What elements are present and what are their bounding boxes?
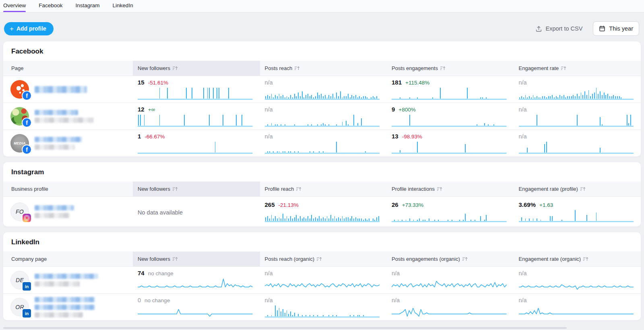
metric-value: 3.69% bbox=[519, 201, 536, 208]
profile-cell[interactable]: MEDIA bbox=[3, 134, 133, 153]
sparkline-chart bbox=[392, 141, 507, 154]
metric-value: n/a bbox=[519, 106, 527, 113]
column-header-new-followers[interactable]: New followers bbox=[133, 182, 260, 196]
sparkline-chart bbox=[138, 278, 253, 291]
metric-cell-engagement-rate-organic: n/a bbox=[514, 270, 641, 291]
profile-cell[interactable]: OR bbox=[3, 297, 133, 318]
column-header-engagement-rate[interactable]: Engagement rate bbox=[514, 61, 641, 76]
export-csv-button[interactable]: Export to CSV bbox=[535, 25, 582, 32]
profile-avatar bbox=[10, 107, 29, 126]
instagram-section: Instagram Business profile New followers… bbox=[3, 162, 641, 227]
sparkline-chart bbox=[265, 278, 380, 291]
column-header-profile-reach[interactable]: Profile reach bbox=[260, 182, 387, 196]
metric-cell-posts-reach-organic: n/a bbox=[260, 270, 387, 291]
metric-delta: +1.63 bbox=[539, 202, 553, 208]
metric-cell-engagement-rate: n/a bbox=[514, 133, 641, 154]
redacted-profile-name bbox=[35, 205, 74, 218]
redacted-profile-name bbox=[35, 274, 98, 287]
metric-cell-new-followers: 12+∞ bbox=[133, 106, 260, 127]
sparkline-chart bbox=[265, 87, 380, 100]
metric-value: 13 bbox=[392, 133, 398, 140]
metric-cell-new-followers: 0no change bbox=[133, 297, 260, 318]
metric-cell-engagement-rate-profile: 3.69%+1.63 bbox=[514, 201, 641, 222]
sparkline-chart bbox=[138, 305, 253, 318]
sort-icon bbox=[172, 187, 178, 192]
horizontal-scrollbar[interactable] bbox=[3, 327, 567, 329]
sparkline-chart bbox=[519, 114, 634, 127]
sparkline-chart bbox=[265, 305, 380, 318]
column-header-company-page[interactable]: Company page bbox=[3, 252, 133, 266]
profile-cell[interactable] bbox=[3, 107, 133, 126]
metric-value: n/a bbox=[392, 297, 400, 303]
toolbar: + Add profile Export to CSV This year bbox=[0, 12, 644, 41]
redacted-profile-name bbox=[35, 110, 93, 123]
avatar-text: MEDIA bbox=[14, 141, 25, 145]
metric-value: 15 bbox=[138, 79, 144, 86]
tab-facebook[interactable]: Facebook bbox=[39, 0, 62, 12]
redacted-profile-name bbox=[35, 137, 82, 150]
metric-value: 9 bbox=[392, 106, 395, 113]
sparkline-chart bbox=[519, 87, 634, 100]
facebook-badge-icon bbox=[23, 91, 31, 100]
profile-avatar: MEDIA bbox=[10, 134, 29, 153]
metric-value: 0 bbox=[138, 297, 141, 303]
avatar-text: FO bbox=[16, 208, 24, 215]
facebook-table-header: Page New followers Posts reach Posts eng… bbox=[3, 61, 641, 76]
profile-cell[interactable]: DE bbox=[3, 271, 133, 289]
column-header-profile-interactions[interactable]: Profile interactions bbox=[387, 182, 514, 196]
metric-value: 1 bbox=[138, 133, 141, 140]
column-header-posts-reach-organic[interactable]: Posts reach (organic) bbox=[260, 252, 387, 266]
metric-cell-engagement-rate: n/a bbox=[514, 106, 641, 127]
profile-cell[interactable]: FO bbox=[3, 202, 133, 221]
metric-value: n/a bbox=[265, 297, 273, 303]
sort-icon bbox=[580, 187, 586, 192]
sparkline-chart bbox=[138, 114, 253, 127]
metric-delta: no change bbox=[144, 297, 170, 303]
metric-cell-profile-reach: 265-21.13% bbox=[260, 201, 387, 222]
top-tab-bar: Overview Facebook Instagram LinkedIn bbox=[0, 0, 644, 12]
metric-cell-posts-reach: n/a bbox=[260, 133, 387, 154]
sort-icon bbox=[296, 187, 302, 192]
column-header-posts-reach[interactable]: Posts reach bbox=[260, 61, 387, 76]
profile-avatar: FO bbox=[10, 202, 29, 221]
column-header-posts-engagements[interactable]: Posts engagements bbox=[387, 61, 514, 76]
metric-delta: -98.93% bbox=[402, 134, 422, 140]
sparkline-chart bbox=[138, 141, 253, 154]
redacted-profile-name bbox=[35, 86, 87, 93]
metric-delta: no change bbox=[148, 270, 173, 276]
sort-icon bbox=[172, 66, 178, 71]
metric-delta: +∞ bbox=[148, 107, 155, 113]
facebook-section: Facebook Page New followers Posts reach … bbox=[3, 41, 641, 157]
metric-value: 12 bbox=[138, 106, 144, 113]
metric-value: n/a bbox=[265, 270, 273, 276]
metric-value: 181 bbox=[392, 79, 402, 86]
date-range-button[interactable]: This year bbox=[593, 21, 639, 36]
column-header-business-profile[interactable]: Business profile bbox=[3, 182, 133, 196]
metric-value: n/a bbox=[265, 106, 273, 113]
tab-overview[interactable]: Overview bbox=[3, 0, 26, 12]
sort-icon bbox=[294, 66, 300, 71]
add-profile-button[interactable]: + Add profile bbox=[4, 22, 54, 35]
column-header-posts-engagements-organic[interactable]: Posts engagements (organic) bbox=[387, 252, 514, 266]
metric-value: 265 bbox=[265, 201, 275, 208]
sparkline-chart bbox=[519, 209, 634, 222]
table-row: 12+∞ n/a 9+800% n/a bbox=[3, 103, 641, 130]
redacted-profile-name bbox=[35, 297, 95, 318]
sparkline-chart bbox=[392, 114, 507, 127]
column-header-page[interactable]: Page bbox=[3, 61, 133, 76]
sparkline-chart bbox=[265, 141, 380, 154]
metric-delta: -21.13% bbox=[279, 202, 299, 208]
tab-linkedin[interactable]: LinkedIn bbox=[113, 0, 133, 12]
sort-icon bbox=[583, 257, 589, 262]
tab-instagram[interactable]: Instagram bbox=[76, 0, 100, 12]
column-header-new-followers[interactable]: New followers bbox=[133, 252, 260, 266]
column-header-new-followers[interactable]: New followers bbox=[133, 61, 260, 76]
profile-cell[interactable] bbox=[3, 80, 133, 99]
column-header-engagement-rate-profile[interactable]: Engagement rate (profile) bbox=[514, 182, 641, 196]
metric-cell-new-followers: No data available bbox=[133, 208, 260, 216]
sort-icon bbox=[462, 257, 468, 262]
table-row: OR 0no change n/a n/a n/a bbox=[3, 293, 641, 320]
calendar-icon bbox=[599, 25, 605, 32]
linkedin-section-title: LinkedIn bbox=[3, 232, 641, 252]
column-header-engagement-rate-organic[interactable]: Engagement rate (organic) bbox=[514, 252, 641, 266]
